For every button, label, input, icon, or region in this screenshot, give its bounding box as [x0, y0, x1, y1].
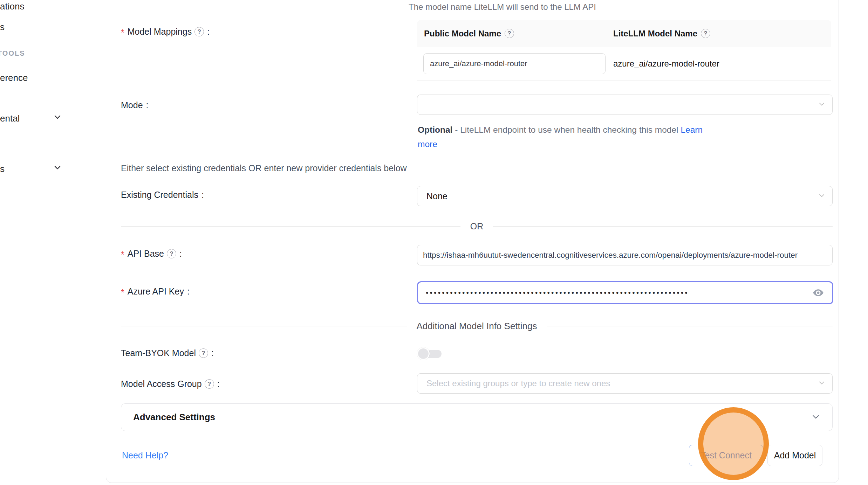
label-colon: :	[217, 379, 220, 389]
team-byok-toggle[interactable]	[417, 347, 443, 361]
label-colon: :	[207, 27, 210, 37]
model-mappings-label: * Model Mappings ? :	[121, 27, 210, 37]
chevron-down-icon	[818, 100, 825, 110]
public-model-name-input[interactable]	[423, 53, 606, 74]
additional-info-divider: Additional Model Info Settings	[121, 321, 833, 332]
need-help-link[interactable]: Need Help?	[122, 450, 168, 460]
chevron-down-icon	[53, 163, 62, 173]
label-colon: :	[179, 249, 182, 259]
azure-api-key-label: * Azure API Key :	[121, 286, 190, 297]
test-connect-button[interactable]: Test Connect	[689, 445, 763, 466]
label-colon: :	[187, 286, 190, 297]
azure-api-key-input[interactable]: ••••••••••••••••••••••••••••••••••••••••…	[417, 281, 833, 304]
api-base-label: * API Base ? :	[121, 249, 182, 259]
advanced-settings-title: Advanced Settings	[133, 412, 215, 423]
help-icon[interactable]: ?	[701, 29, 710, 38]
sidebar-item-guardrails[interactable]: s	[0, 22, 5, 33]
chevron-down-icon	[811, 412, 820, 423]
required-asterisk: *	[121, 250, 124, 260]
sidebar-item-experimental[interactable]: ental	[0, 113, 20, 124]
existing-credentials-label: Existing Credentials :	[121, 190, 204, 200]
chevron-down-icon	[53, 113, 62, 123]
table-header-row: Public Model Name ? LiteLLM Model Name ?	[417, 20, 831, 47]
column-header-public-model-name: Public Model Name ?	[417, 20, 606, 47]
model-name-hint: The model name LiteLLM will send to the …	[409, 2, 596, 12]
model-access-group-label: Model Access Group ? :	[121, 379, 220, 389]
mode-help-text: Optional - LiteLLM endpoint to use when …	[418, 123, 714, 151]
required-asterisk: *	[121, 287, 124, 298]
chevron-down-icon	[818, 379, 825, 389]
help-icon[interactable]: ?	[505, 29, 514, 38]
sidebar-item-api-reference[interactable]: erence	[0, 72, 28, 83]
or-divider: OR	[121, 221, 833, 231]
help-icon[interactable]: ?	[194, 27, 204, 36]
existing-credentials-select[interactable]: None	[417, 186, 833, 206]
sidebar-item-settings[interactable]: s	[0, 164, 5, 174]
masked-password-value: ••••••••••••••••••••••••••••••••••••••••…	[426, 289, 812, 297]
sidebar-item-organizations[interactable]: ations	[0, 1, 24, 12]
add-model-page: ations s TOOLS erence ental s The model …	[0, 0, 868, 485]
required-asterisk: *	[121, 28, 124, 38]
label-colon: :	[211, 348, 214, 358]
model-mappings-table: Public Model Name ? LiteLLM Model Name ?…	[417, 20, 831, 81]
help-icon[interactable]: ?	[167, 249, 176, 258]
add-model-button[interactable]: Add Model	[767, 445, 822, 466]
credentials-note: Either select existing credentials OR en…	[121, 163, 407, 173]
mode-label: Mode :	[121, 100, 149, 110]
help-icon[interactable]: ?	[205, 379, 214, 389]
advanced-settings-panel[interactable]: Advanced Settings	[121, 403, 833, 431]
team-byok-label: Team-BYOK Model ? :	[121, 348, 214, 358]
select-placeholder: Select existing groups or type to create…	[426, 379, 610, 388]
mode-select[interactable]	[417, 95, 833, 115]
table-row: azure_ai/azure-model-router	[417, 47, 831, 81]
label-colon: :	[201, 190, 204, 200]
model-access-group-select[interactable]: Select existing groups or type to create…	[417, 373, 833, 394]
column-header-litellm-model-name: LiteLLM Model Name ?	[606, 20, 831, 47]
help-icon[interactable]: ?	[199, 348, 208, 358]
api-base-input[interactable]	[417, 245, 833, 265]
sidebar-section-tools: TOOLS	[0, 49, 25, 57]
label-colon: :	[146, 100, 149, 110]
eye-icon[interactable]	[812, 286, 825, 299]
chevron-down-icon	[818, 191, 825, 201]
litellm-model-name-value: azure_ai/azure-model-router	[613, 59, 719, 68]
